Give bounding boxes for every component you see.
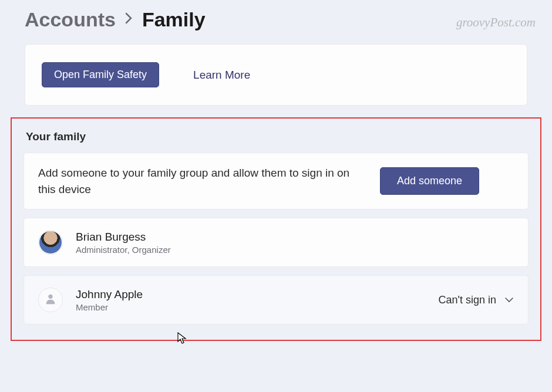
member-name: Brian Burgess: [76, 231, 514, 244]
add-someone-card: Add someone to your family group and all…: [23, 153, 529, 209]
member-name: Johnny Apple: [76, 288, 426, 301]
add-helper-text: Add someone to your family group and all…: [38, 165, 367, 197]
section-title: Your family: [23, 128, 529, 153]
breadcrumb-parent[interactable]: Accounts: [25, 8, 116, 31]
family-member-row[interactable]: Brian Burgess Administrator, Organizer: [23, 218, 529, 267]
your-family-section: Your family Add someone to your family g…: [11, 117, 541, 341]
status-label: Can't sign in: [439, 294, 497, 306]
svg-point-0: [48, 295, 52, 299]
chevron-down-icon: [504, 295, 514, 305]
learn-more-link[interactable]: Learn More: [193, 69, 250, 82]
avatar: [38, 288, 63, 312]
family-member-row[interactable]: Johnny Apple Member Can't sign in: [23, 275, 529, 325]
add-someone-button[interactable]: Add someone: [380, 167, 479, 195]
breadcrumb-current: Family: [142, 8, 206, 31]
open-family-safety-button[interactable]: Open Family Safety: [42, 62, 159, 87]
watermark: groovyPost.com: [456, 15, 536, 30]
member-role: Administrator, Organizer: [76, 245, 514, 255]
avatar-image: [39, 231, 62, 254]
member-role: Member: [76, 302, 426, 312]
family-safety-card: Open Family Safety Learn More: [25, 44, 527, 106]
person-icon: [44, 292, 57, 307]
signin-status-dropdown[interactable]: Can't sign in: [439, 294, 514, 306]
chevron-right-icon: [125, 12, 133, 27]
avatar: [38, 230, 63, 255]
